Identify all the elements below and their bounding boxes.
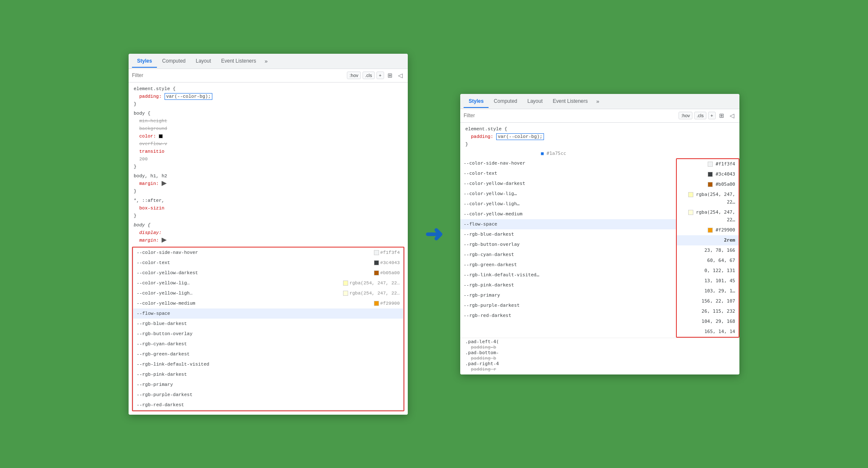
tab-styles-left[interactable]: Styles — [132, 55, 157, 67]
cv-rgb-green-name: --rgb-green-darkest — [460, 260, 676, 270]
cv-yellow-lig-name: --color-yellow-lig… — [460, 189, 676, 199]
cv-rgb-link-val: 103, 29, 1… — [677, 286, 739, 296]
settings-icon-left[interactable]: ⊞ — [386, 71, 394, 80]
transition-prop-left: transitio — [139, 149, 164, 154]
universal-rule-left: *, ::after, box-sizin } — [129, 196, 408, 220]
swatch-yellow-darkest — [374, 270, 379, 275]
pad-left-rule: .pad-left-4( padding-b — [465, 339, 734, 350]
autocomplete-dropdown-left: --color-side-nav-hover #f1f3f4 --color-t… — [133, 248, 404, 410]
hov-btn-left[interactable]: :hov — [347, 72, 361, 79]
body-italic-rule-left: body { display: margin: — [129, 220, 408, 245]
body-h1-rule-left: body, h1, h2 margin: } — [129, 171, 408, 196]
padding-value-right[interactable]: var(--color-bg); — [496, 133, 544, 140]
swatch-r-yellow-darkest — [708, 182, 713, 187]
toggle-icon-right[interactable]: ◁ — [728, 111, 736, 120]
tab-event-listeners-left[interactable]: Event Listeners — [216, 55, 261, 67]
swatch-r-yellow-ligh — [688, 210, 693, 215]
ac-item-color-text[interactable]: --color-text #3c4043 — [133, 258, 403, 268]
cv-rgb-cyan-name: --rgb-cyan-darkest — [460, 250, 676, 260]
ac-item-yellow-darkest[interactable]: --color-yellow-darkest #b05a00 — [133, 268, 403, 278]
cv-rgb-red-val: 165, 14, 14 — [677, 327, 739, 337]
cv-side-nav-val: #f1f3f4 — [677, 159, 739, 169]
ac-item-rgb-blue-darkest[interactable]: --rgb-blue-darkest — [133, 319, 403, 329]
tab-computed-right[interactable]: Computed — [489, 95, 522, 107]
ac-item-rgb-link-default[interactable]: --rgb-link-default-visited — [133, 359, 403, 369]
ac-item-yellow-medium[interactable]: --color-yellow-medium #f29900 — [133, 298, 403, 308]
tab-layout-right[interactable]: Layout — [522, 95, 548, 107]
cv-color-text-name: --color-text — [460, 168, 676, 179]
ac-item-rgb-primary[interactable]: --rgb-primary — [133, 380, 403, 390]
computed-values-box: #f1f3f4 #3c4043 #b05 — [676, 158, 739, 338]
right-devtools-panel: Styles Computed Layout Event Listeners »… — [460, 94, 739, 374]
hov-btn-right[interactable]: :hov — [678, 112, 692, 119]
ac-item-rgb-pink-darkest[interactable]: --rgb-pink-darkest — [133, 369, 403, 380]
cv-yellow-ligh-val: rgba(254, 247, 22… — [677, 207, 739, 225]
cv-rgb-link-name: --rgb-link-default-visited… — [460, 270, 676, 280]
left-devtools-panel: Styles Computed Layout Event Listeners »… — [129, 54, 408, 415]
add-btn-right[interactable]: + — [708, 112, 716, 119]
tab-styles-right[interactable]: Styles — [464, 95, 489, 107]
ac-item-rgb-green-darkest[interactable]: --rgb-green-darkest — [133, 349, 403, 359]
swatch-yellow-lig — [343, 281, 348, 286]
ac-item-rgb-purple-darkest[interactable]: --rgb-purple-darkest — [133, 390, 403, 400]
pad-bottom-rule: .pad-bottom- padding b — [465, 350, 734, 361]
ac-item-rgb-cyan-darkest[interactable]: --rgb-cyan-darkest — [133, 339, 403, 349]
css-vars-left-col: --color-side-nav-hover --color-text --co… — [460, 158, 676, 338]
cv-rgb-button-val: 60, 64, 67 — [677, 256, 739, 266]
left-filter-input[interactable] — [132, 72, 343, 78]
cls-btn-left[interactable]: .cls — [363, 72, 375, 79]
cv-rgb-primary-name: --rgb-primary — [460, 290, 676, 300]
cv-yellow-ligh-name: --color-yellow-ligh… — [460, 199, 676, 209]
cv-flow-space-val: 2rem — [677, 235, 739, 245]
cv-rgb-purple-val: 104, 29, 168 — [677, 317, 739, 327]
body-italic-selector-left: body { — [134, 223, 151, 228]
swatch-r-yellow-lig — [688, 192, 693, 197]
swatch-r-text — [708, 172, 713, 177]
tab-event-listeners-right[interactable]: Event Listeners — [548, 95, 593, 107]
close-brace-2-left: } — [134, 164, 137, 169]
element-style-selector-left: element.style { — [134, 86, 176, 91]
swatch-yellow-medium — [374, 301, 379, 306]
body-h1-selector-left: body, h1, h2 — [134, 173, 167, 179]
swatch-r-yellow-med — [708, 228, 713, 233]
tab-more-left[interactable]: » — [261, 56, 271, 66]
padding-value-input-left[interactable]: var(--color-bg); — [165, 93, 213, 100]
background-prop-left: background — [139, 126, 167, 131]
add-btn-left[interactable]: + — [376, 72, 384, 79]
tab-more-right[interactable]: » — [593, 96, 602, 106]
padding-prop-name-right: padding: — [471, 134, 493, 139]
cv-yellow-darkest-val: #b05a00 — [677, 179, 739, 190]
transition-value-left: 200 — [139, 157, 148, 162]
ac-item-rgb-button-overlay[interactable]: --rgb-button-overlay — [133, 329, 403, 339]
overflow-prop-left: overflow-v — [139, 141, 167, 146]
toggle-icon-left[interactable]: ◁ — [396, 71, 404, 80]
settings-icon-right[interactable]: ⊞ — [717, 111, 726, 120]
element-style-rule-right: element.style { padding: var(--color-bg)… — [460, 124, 739, 149]
left-filter-actions: :hov .cls + ⊞ ◁ — [347, 71, 404, 80]
cv-flow-space-name: --flow-space — [460, 219, 676, 229]
right-styles-content: element.style { padding: var(--color-bg)… — [460, 123, 739, 374]
cls-btn-right[interactable]: .cls — [694, 112, 706, 119]
cv-rgb-green-val: 13, 101, 45 — [677, 276, 739, 286]
autocomplete-box-left: --color-side-nav-hover #f1f3f4 --color-t… — [132, 247, 404, 411]
element-style-selector-right: element.style { — [465, 127, 507, 132]
body-rule-left: body { min-height background color: over… — [129, 109, 408, 171]
ac-item-rgb-red-darkest[interactable]: --rgb-red-darkest — [133, 400, 403, 410]
tab-computed-left[interactable]: Computed — [157, 55, 190, 67]
cv-color-text-val: #3c4043 — [677, 169, 739, 179]
ac-item-flow-space[interactable]: --flow-space — [133, 308, 403, 319]
cv-rgb-purple-name: --rgb-purple-darkest — [460, 300, 676, 311]
tab-layout-left[interactable]: Layout — [191, 55, 216, 67]
body-selector-left: body { — [134, 111, 151, 116]
ac-item-yellow-ligh[interactable]: --color-yellow-ligh… rgba(254, 247, 22… — [133, 288, 403, 298]
left-styles-content: element.style { padding: var(--color-bg)… — [129, 83, 408, 415]
cv-yellow-medium-name: --color-yellow-medium — [460, 209, 676, 219]
ac-item-side-nav-hover[interactable]: --color-side-nav-hover #f1f3f4 — [133, 248, 403, 258]
cv-yellow-medium-val: #f29900 — [677, 225, 739, 235]
close-brace-1-right: } — [465, 142, 468, 147]
ac-item-yellow-lig[interactable]: --color-yellow-lig… rgba(254, 247, 22… — [133, 278, 403, 288]
pad-right-rule: .pad-right-4 padding r — [465, 361, 734, 372]
right-filter-input[interactable] — [464, 113, 675, 118]
right-filter-actions: :hov .cls + ⊞ ◁ — [678, 111, 736, 120]
swatch-color-text — [374, 260, 379, 265]
